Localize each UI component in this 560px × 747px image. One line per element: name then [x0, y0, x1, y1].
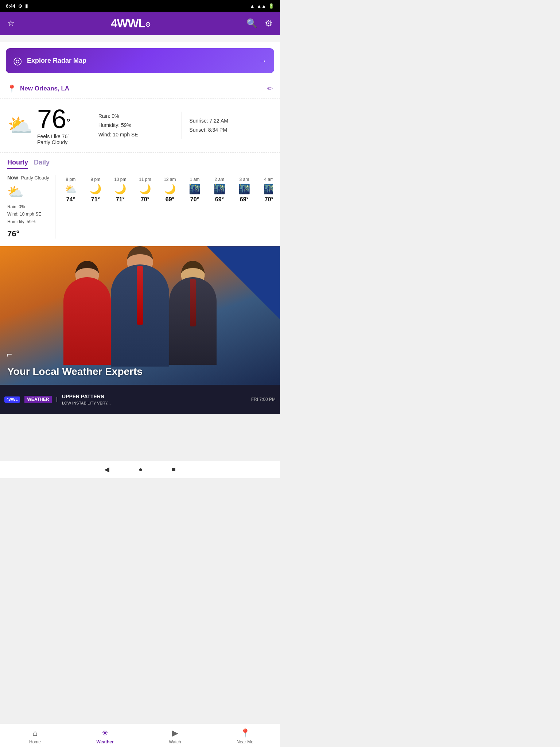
now-condition-label: Partly Cloudy: [21, 175, 49, 181]
hourly-item[interactable]: 12 am 🌙 69°: [158, 175, 182, 239]
condition: Partly Cloudy: [37, 139, 70, 145]
hour-label: 8 pm: [66, 177, 76, 182]
experts-text: Your Local Weather Experts: [7, 366, 143, 378]
hour-temp: 70°: [141, 196, 149, 203]
radar-text: Explore Radar Map: [27, 57, 86, 65]
video-ticker: LOW INSTABILITY VERY...: [62, 401, 247, 405]
top-nav: ☆ 4WWL⊙ 🔍 ⚙: [0, 12, 280, 35]
experts-banner: ⌐ Your Local Weather Experts: [0, 246, 280, 385]
status-wifi: ▲: [250, 3, 254, 9]
hour-label: 9 pm: [91, 177, 101, 182]
hour-temp: 70°: [265, 196, 273, 203]
hour-icon: 🌃: [214, 183, 225, 195]
tab-hourly[interactable]: Hourly: [7, 159, 28, 169]
now-weather-icon: ⛅: [7, 184, 24, 200]
hourly-item[interactable]: 10 pm 🌙 71°: [108, 175, 133, 239]
now-wind: Wind: 10 mph SE: [7, 210, 41, 218]
weather-icon: ⛅: [7, 113, 33, 138]
hour-icon: 🌙: [114, 183, 126, 195]
hour-icon: 🌃: [189, 183, 201, 195]
now-temp: 76°: [7, 229, 19, 239]
hourly-item[interactable]: 2 am 🌃 69°: [207, 175, 232, 239]
video-strip[interactable]: 4WWL WEATHER | UPPER PATTERN LOW INSTABI…: [0, 385, 280, 414]
home-button[interactable]: ●: [139, 466, 143, 473]
android-nav: ◀ ● ■: [0, 461, 280, 478]
video-category: WEATHER: [24, 396, 52, 403]
hourly-item[interactable]: 8 pm ⛅ 74°: [58, 175, 83, 239]
now-humidity: Humidity: 59%: [7, 218, 41, 225]
degree-symbol: °: [66, 117, 70, 128]
temperature: 76: [37, 104, 66, 133]
hour-label: 11 pm: [139, 177, 151, 182]
hour-temp: 69°: [240, 196, 249, 203]
feels-like: Feels Like 76°: [37, 133, 70, 139]
status-battery: 🔋: [268, 3, 274, 9]
hour-icon: 🌃: [263, 183, 273, 195]
hour-label: 10 pm: [114, 177, 126, 182]
hour-label: 2 am: [215, 177, 225, 182]
forecast-tabs: Hourly Daily: [0, 153, 280, 172]
hour-icon: 🌙: [164, 183, 176, 195]
status-bar: 6:44 ⊙ ▮ ▲ ▲▲ 🔋: [0, 0, 280, 12]
sunset-stat: Sunset: 8:34 PM: [189, 125, 265, 135]
status-icon-1: ⊙: [18, 3, 22, 9]
corner-bracket: ⌐: [7, 349, 12, 360]
hourly-item[interactable]: 9 pm 🌙 71°: [83, 175, 108, 239]
tab-daily[interactable]: Daily: [34, 159, 50, 169]
video-logo: 4WWL: [4, 396, 20, 403]
hour-temp: 69°: [166, 196, 174, 203]
app-logo: 4WWL⊙: [111, 17, 150, 30]
hour-icon: 🌙: [90, 183, 101, 195]
location-pin-icon: 📍: [7, 84, 16, 93]
hour-label: 4 am: [264, 177, 273, 182]
hour-temp: 71°: [91, 196, 100, 203]
status-battery-icon: ▮: [25, 3, 28, 9]
hourly-item[interactable]: 1 am 🌃 70°: [182, 175, 207, 239]
hour-icon: 🌙: [139, 183, 151, 195]
main-content: ◎ Explore Radar Map → 📍 New Orleans, LA …: [0, 35, 280, 414]
video-title: UPPER PATTERN: [62, 394, 247, 399]
wind-stat: Wind: 10 mph SE: [98, 130, 175, 139]
location-row: 📍 New Orleans, LA ✏: [0, 79, 280, 98]
status-signal: ▲▲: [257, 3, 266, 9]
radar-banner[interactable]: ◎ Explore Radar Map →: [6, 48, 274, 73]
hour-label: 3 am: [240, 177, 249, 182]
hourly-item[interactable]: 4 am 🌃 70°: [257, 175, 273, 239]
edit-location-button[interactable]: ✏: [267, 85, 273, 93]
hour-temp: 69°: [215, 196, 224, 203]
favorite-button[interactable]: ☆: [7, 19, 15, 28]
hourly-item[interactable]: 3 am 🌃 69°: [232, 175, 257, 239]
search-button[interactable]: 🔍: [246, 18, 257, 28]
now-label: Now: [7, 175, 18, 181]
recent-apps-button[interactable]: ■: [172, 466, 176, 473]
status-time: 6:44: [6, 3, 15, 9]
hourly-forecast-row: Now Partly Cloudy ⛅ Rain: 0% Wind: 10 mp…: [0, 172, 280, 243]
sunrise-stat: Sunrise: 7:22 AM: [189, 116, 265, 125]
location-name[interactable]: New Orleans, LA: [20, 85, 69, 92]
radar-arrow: →: [259, 56, 267, 66]
humidity-stat: Humidity: 59%: [98, 121, 175, 130]
hour-label: 12 am: [164, 177, 176, 182]
video-separator: |: [56, 396, 58, 402]
hourly-scroll[interactable]: 8 pm ⛅ 74° 9 pm 🌙 71° 10 pm 🌙 71° 11 pm …: [58, 175, 273, 239]
top-spacer: [0, 35, 280, 42]
hourly-item[interactable]: 11 pm 🌙 70°: [133, 175, 158, 239]
hour-icon: 🌃: [238, 183, 250, 195]
back-button[interactable]: ◀: [104, 465, 109, 473]
current-weather-section: ⛅ 76° Feels Like 76° Partly Cloudy Rain:…: [0, 98, 280, 153]
radar-icon: ◎: [13, 55, 22, 67]
hour-temp: 71°: [116, 196, 125, 203]
rain-stat: Rain: 0%: [98, 112, 175, 121]
settings-button[interactable]: ⚙: [265, 18, 273, 28]
video-time: FRI 7:00 PM: [251, 397, 276, 402]
hour-temp: 70°: [190, 196, 199, 203]
hour-temp: 74°: [66, 196, 75, 203]
hour-icon: ⛅: [65, 183, 77, 195]
hour-label: 1 am: [190, 177, 200, 182]
now-rain: Rain: 0%: [7, 203, 41, 210]
